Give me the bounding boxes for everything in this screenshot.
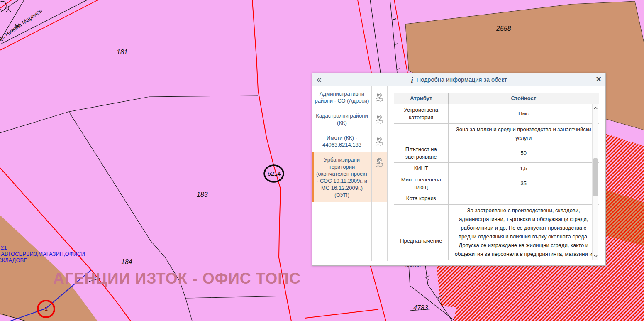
- table-header-row: Атрибут Стойност: [394, 93, 599, 104]
- building-note-line1: . АВТОСЕРВИЗ,МАГАЗИН,ОФИСИ: [0, 251, 85, 257]
- popup-title-wrap: i Подробна информация за обект: [312, 73, 605, 86]
- layer-item-admin-regions[interactable]: Административни райони - СО (Адреси): [312, 86, 387, 108]
- map-pin-icon[interactable]: [371, 92, 387, 103]
- layer-item-cadastral-regions[interactable]: Кадастрални райони (КК): [312, 108, 387, 130]
- info-icon: i: [411, 76, 413, 84]
- table-row: Зона за малки и средни производства и за…: [394, 123, 599, 144]
- value-cell: Пмс: [448, 104, 599, 123]
- tick-mark-y: [6, 9, 11, 12]
- boundary-black-upper: [0, 96, 258, 133]
- value-cell: 35: [448, 174, 599, 193]
- table-row: Предназначение За застрояване с производ…: [394, 204, 599, 260]
- parcel-label-181: 181: [117, 49, 128, 56]
- object-info-popup: « i Подробна информация за обект × Админ…: [312, 73, 606, 266]
- value-cell: [448, 193, 599, 204]
- fence-tick-1: [393, 19, 396, 20]
- value-cell: 1,5: [448, 162, 599, 174]
- scroll-down-icon[interactable]: [593, 253, 598, 259]
- parcel-polygon-southwest: [0, 215, 98, 321]
- fence-tick-2: [395, 44, 398, 44]
- map-pin-icon[interactable]: [371, 114, 387, 125]
- layer-item-urbanized-territories[interactable]: Урбанизирани територии (окончателен прое…: [312, 152, 387, 202]
- attr-cell: [394, 123, 448, 144]
- table-row: Плътност на застрояване 50: [394, 144, 599, 162]
- building-note-number: 21: [1, 245, 7, 251]
- table-scrollbar[interactable]: [592, 104, 598, 260]
- value-cell: Зона за малки и средни производства и за…: [448, 123, 599, 144]
- arrowhead-1: [426, 275, 429, 280]
- parcel-label-6214: 6214: [264, 170, 284, 177]
- regulation-line-red-bottom: [305, 309, 378, 318]
- column-header-attribute: Атрибут: [394, 93, 448, 104]
- table-row: КИНТ 1,5: [394, 162, 599, 174]
- popup-title: Подробна информация за обект: [417, 76, 507, 83]
- column-header-value: Стойност: [448, 93, 599, 104]
- layer-item-properties[interactable]: Имоти (КК) - 44063.6214.183: [312, 130, 387, 152]
- cadastre-line-black-1: [370, 0, 381, 73]
- cadastre-line-red-1: [358, 0, 371, 73]
- attr-cell: Кота корниз: [394, 193, 448, 204]
- layer-item-label: Кадастрални райони (КК): [312, 112, 371, 126]
- scrollbar-thumb[interactable]: [593, 158, 598, 196]
- attribute-table-container: Атрибут Стойност Устройствена категория …: [394, 93, 599, 260]
- attr-cell: Мин. озеленена площ: [394, 174, 448, 193]
- boundary-black-diagonal: [69, 112, 192, 321]
- parcel-label-2558: 2558: [496, 25, 511, 32]
- close-icon[interactable]: ×: [596, 74, 601, 85]
- map-pin-icon[interactable]: [371, 157, 387, 168]
- attr-cell: Предназначение: [394, 204, 448, 260]
- layer-item-label: Урбанизирани територии (окончателен прое…: [312, 156, 371, 198]
- layer-sidebar: Административни райони - СО (Адреси) Кад…: [312, 86, 387, 265]
- attr-cell: КИНТ: [394, 162, 448, 174]
- scroll-up-icon[interactable]: [593, 105, 598, 111]
- building-note-line2: СКЛАДОВЕ: [0, 257, 27, 263]
- cadastral-map-app: оф. Никола Маринов 64 181 183 184 2558 4…: [0, 0, 644, 321]
- layer-item-label: Имоти (КК) - 44063.6214.183: [312, 134, 371, 148]
- sidebar-table-divider: [387, 86, 388, 261]
- table-row: Мин. озеленена площ 35: [394, 174, 599, 193]
- control-point-label: 1: [43, 306, 49, 312]
- fence-tick-3: [397, 69, 400, 69]
- layer-item-label: Административни райони - СО (Адреси): [312, 90, 371, 104]
- street-line-black-long: [0, 0, 87, 44]
- map-pin-icon[interactable]: [371, 136, 387, 147]
- parcel-label-4783: 4783: [413, 304, 428, 312]
- table-row: Кота корниз: [394, 193, 599, 204]
- table-row: Устройствена категория Пмс: [394, 104, 599, 123]
- agency-watermark: АГЕНЦИИ ИЗТОК - ОФИС ТОПС: [53, 270, 301, 287]
- popup-header: « i Подробна информация за обект ×: [312, 73, 605, 86]
- value-cell: 50: [448, 144, 599, 162]
- value-cell: За застрояване с производствени, складов…: [448, 204, 599, 260]
- sidebar-icon-divider: [371, 86, 372, 261]
- attr-cell: Плътност на застрояване: [394, 144, 448, 162]
- attribute-table: Атрибут Стойност Устройствена категория …: [394, 93, 599, 260]
- parcel-label-183: 183: [197, 191, 208, 198]
- boundary-black-bottom: [185, 296, 286, 298]
- parcel-label-184: 184: [121, 258, 132, 266]
- attr-cell: Устройствена категория: [394, 104, 448, 123]
- regulation-line-red-right: [370, 265, 386, 321]
